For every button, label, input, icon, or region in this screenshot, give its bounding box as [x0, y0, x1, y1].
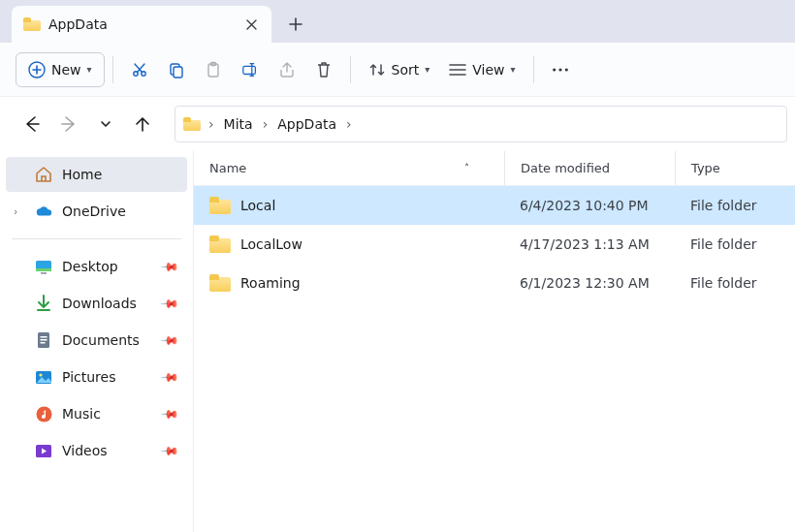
folder-icon [209, 274, 231, 292]
nav-row: › Mita › AppData › [0, 97, 795, 151]
folder-icon [209, 197, 231, 214]
svg-rect-15 [41, 336, 48, 338]
sidebar: Home › OneDrive Desktop 📌 [0, 151, 194, 532]
music-icon [35, 405, 52, 422]
file-date: 6/4/2023 10:40 PM [504, 198, 675, 213]
view-list-icon [449, 61, 466, 78]
file-name: Local [240, 198, 275, 213]
breadcrumb-seg-0[interactable]: Mita [218, 112, 259, 136]
new-label: New [51, 62, 81, 78]
folder-icon [209, 235, 231, 253]
column-label: Type [691, 161, 720, 175]
view-button[interactable]: View ▾ [439, 52, 525, 87]
copy-button[interactable] [158, 52, 195, 87]
pin-icon: 📌 [160, 441, 180, 461]
chevron-right-icon[interactable]: › [344, 116, 354, 132]
svg-rect-16 [41, 339, 48, 341]
sort-asc-icon: ˄ [464, 163, 469, 173]
pin-icon: 📌 [160, 294, 180, 314]
delete-button[interactable] [305, 52, 342, 87]
file-type: File folder [675, 198, 795, 213]
nav-back-button[interactable] [16, 108, 48, 141]
breadcrumb-seg-1[interactable]: AppData [271, 112, 342, 136]
videos-icon [35, 442, 52, 459]
column-label: Date modified [521, 161, 610, 175]
chevron-down-icon: ▾ [511, 64, 516, 75]
svg-rect-17 [41, 342, 46, 344]
share-icon [278, 61, 296, 78]
sidebar-label: OneDrive [62, 203, 126, 219]
folder-icon [23, 17, 41, 31]
chevron-right-icon[interactable]: › [261, 116, 270, 132]
sidebar-label: Documents [62, 332, 140, 348]
sidebar-item-pictures[interactable]: Pictures 📌 [6, 360, 187, 394]
sidebar-item-onedrive[interactable]: › OneDrive [6, 194, 187, 229]
new-button[interactable]: New ▾ [16, 52, 105, 87]
clipboard-icon [205, 61, 222, 78]
nav-forward-button[interactable] [52, 108, 85, 141]
divider [12, 238, 181, 239]
svg-point-20 [36, 406, 51, 422]
sidebar-item-music[interactable]: Music 📌 [6, 396, 187, 431]
file-date: 6/1/2023 12:30 AM [504, 275, 675, 291]
column-label: Name [209, 161, 246, 175]
more-button[interactable] [542, 52, 579, 87]
sidebar-item-downloads[interactable]: Downloads 📌 [6, 286, 187, 321]
nav-up-button[interactable] [126, 108, 159, 141]
pin-icon: 📌 [160, 257, 180, 277]
file-name: Roaming [240, 275, 301, 291]
home-icon [35, 166, 52, 183]
sidebar-item-documents[interactable]: Documents 📌 [6, 323, 187, 358]
file-type: File folder [675, 236, 795, 252]
trash-icon [315, 61, 333, 78]
column-date[interactable]: Date modified [504, 151, 675, 185]
folder-icon [183, 117, 201, 131]
table-row[interactable]: Local6/4/2023 10:40 PMFile folder [194, 186, 795, 225]
rename-icon [241, 61, 259, 78]
new-tab-button[interactable] [279, 8, 312, 41]
svg-rect-12 [36, 268, 51, 271]
nav-recent-button[interactable] [89, 108, 122, 141]
sidebar-item-desktop[interactable]: Desktop 📌 [6, 249, 187, 284]
sidebar-label: Home [62, 167, 102, 182]
sidebar-item-home[interactable]: Home [6, 157, 187, 192]
pin-icon: 📌 [160, 367, 180, 388]
chevron-down-icon: ▾ [425, 64, 429, 75]
table-row[interactable]: Roaming6/1/2023 12:30 AMFile folder [194, 264, 795, 302]
share-button[interactable] [269, 52, 305, 87]
sidebar-label: Music [62, 406, 101, 422]
rows-container: Local6/4/2023 10:40 PMFile folderLocalLo… [194, 186, 795, 532]
table-row[interactable]: LocalLow4/17/2023 1:13 AMFile folder [194, 225, 795, 264]
toolbar: New ▾ Sort ▾ [0, 43, 795, 97]
scissors-icon [131, 61, 148, 78]
svg-rect-13 [41, 272, 47, 274]
svg-rect-7 [242, 66, 255, 74]
column-type[interactable]: Type [675, 151, 795, 185]
chevron-right-icon[interactable]: › [207, 116, 216, 132]
documents-icon [35, 331, 52, 349]
file-date: 4/17/2023 1:13 AM [504, 236, 675, 252]
cut-button[interactable] [121, 52, 158, 87]
download-icon [35, 295, 52, 312]
sidebar-label: Pictures [62, 369, 115, 385]
tab-title: AppData [48, 16, 108, 32]
pin-icon: 📌 [160, 404, 180, 424]
ellipsis-icon [552, 61, 569, 78]
rename-button[interactable] [232, 52, 269, 87]
svg-rect-4 [174, 67, 182, 78]
paste-button[interactable] [195, 52, 232, 87]
sidebar-label: Downloads [62, 296, 137, 311]
breadcrumb[interactable]: › Mita › AppData › [175, 106, 787, 142]
tab-appdata[interactable]: AppData [12, 6, 271, 43]
close-tab-button[interactable] [242, 16, 260, 33]
sidebar-item-videos[interactable]: Videos 📌 [6, 433, 187, 468]
column-headers: Name ˄ Date modified Type [194, 151, 795, 186]
chevron-right-icon[interactable]: › [14, 205, 17, 218]
column-name[interactable]: Name ˄ [194, 151, 504, 185]
copy-icon [168, 61, 185, 78]
cloud-icon [35, 203, 52, 220]
file-list: Name ˄ Date modified Type Local6/4/2023 … [194, 151, 795, 532]
sort-icon [368, 61, 386, 78]
sort-button[interactable]: Sort ▾ [359, 52, 440, 87]
sidebar-label: Videos [62, 443, 108, 458]
